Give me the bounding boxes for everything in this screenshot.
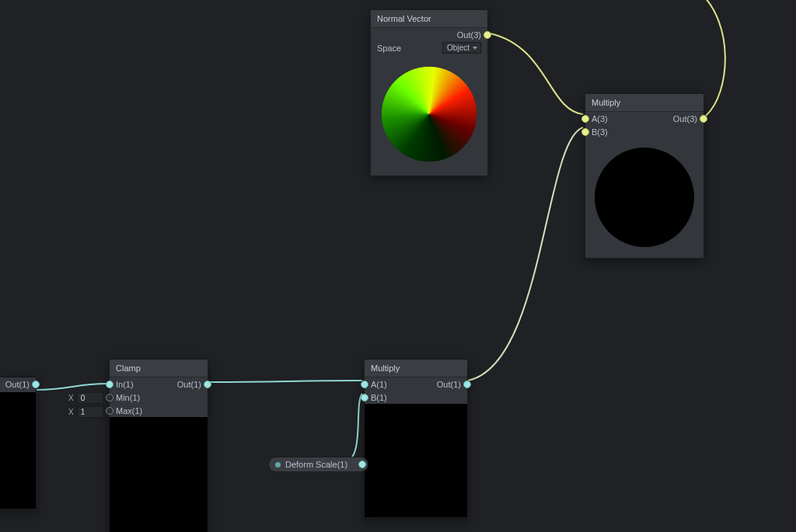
port-in-icon[interactable] <box>361 381 368 388</box>
port-label: A(3) <box>592 114 608 123</box>
port-label: Out(1) <box>437 380 461 389</box>
black-preview <box>0 392 36 509</box>
space-label: Space <box>377 43 401 53</box>
port-in-icon[interactable] <box>581 115 589 123</box>
port-label: Out(3) <box>673 114 697 123</box>
input-a1[interactable]: A(1) <box>365 377 416 391</box>
input-b1[interactable]: B(1) <box>365 391 416 404</box>
port-out-icon[interactable] <box>463 381 471 388</box>
node-clamp[interactable]: Clamp In(1) Min(1) Max(1) Out(1) <box>109 359 208 532</box>
port-in-icon[interactable] <box>106 407 113 415</box>
output-out1[interactable]: Out(1) <box>416 377 467 391</box>
port-label: Max(1) <box>116 406 142 416</box>
port-out-icon[interactable] <box>204 381 211 388</box>
port-label: Out(1) <box>177 380 201 389</box>
output-out3[interactable]: Out(3) <box>371 28 487 41</box>
x-label: X <box>68 408 74 416</box>
chip-dot-icon <box>275 462 281 468</box>
node-normal-vector[interactable]: Normal Vector Out(3) Space Object <box>370 9 488 176</box>
max-value-field[interactable]: X1 <box>68 406 103 418</box>
node-title[interactable]: Multiply <box>585 94 703 112</box>
output-out1[interactable]: Out(1) <box>0 377 36 392</box>
input-max1[interactable]: Max(1) <box>110 404 159 417</box>
input-a3[interactable]: A(3) <box>585 112 644 125</box>
input-in1[interactable]: In(1) <box>110 377 159 391</box>
normal-sphere-preview <box>379 64 480 165</box>
space-dropdown[interactable]: Object <box>442 42 481 54</box>
node-partial-left[interactable]: Out(1) <box>0 376 37 509</box>
value[interactable]: 1 <box>77 406 103 418</box>
chip-label: Deform Scale(1) <box>285 460 347 469</box>
x-label: X <box>68 394 74 402</box>
port-out-icon[interactable] <box>358 461 366 468</box>
black-sphere-preview <box>595 148 694 247</box>
port-in-icon[interactable] <box>106 394 113 402</box>
preview-area <box>585 138 703 258</box>
port-out-icon[interactable] <box>484 31 491 39</box>
port-in-icon[interactable] <box>361 394 368 402</box>
node-graph-canvas[interactable]: Normal Vector Out(3) Space Object Multip… <box>0 0 796 532</box>
node-multiply-vec3[interactable]: Multiply A(3) B(3) Out(3) <box>585 93 704 259</box>
min-value-field[interactable]: X0 <box>68 392 103 404</box>
port-in-icon[interactable] <box>106 381 113 388</box>
port-label: Min(1) <box>116 393 140 402</box>
port-label: A(1) <box>371 380 387 389</box>
port-out-icon[interactable] <box>32 381 40 388</box>
node-title[interactable]: Normal Vector <box>371 10 487 28</box>
port-label: B(1) <box>371 393 387 402</box>
node-title[interactable]: Multiply <box>365 360 467 377</box>
black-preview <box>365 404 467 517</box>
space-row: Space Object <box>371 41 487 54</box>
input-b3[interactable]: B(3) <box>585 125 644 138</box>
port-label: Out(1) <box>5 380 30 389</box>
black-preview <box>110 417 208 532</box>
node-title[interactable]: Clamp <box>110 360 208 377</box>
port-out-icon[interactable] <box>700 115 707 123</box>
preview-area <box>371 54 487 176</box>
port-label: Out(3) <box>457 30 481 40</box>
clamp-value-inputs: X0 X1 <box>68 392 106 418</box>
input-min1[interactable]: Min(1) <box>110 391 159 404</box>
output-out3[interactable]: Out(3) <box>644 112 703 125</box>
property-chip-deform-scale[interactable]: Deform Scale(1) <box>268 457 368 472</box>
port-label: B(3) <box>592 127 608 137</box>
space-value: Object <box>447 43 470 52</box>
port-in-icon[interactable] <box>581 128 589 136</box>
node-multiply-float[interactable]: Multiply A(1) B(1) Out(1) <box>364 359 468 518</box>
output-out1[interactable]: Out(1) <box>159 377 208 391</box>
port-label: In(1) <box>116 380 134 389</box>
value[interactable]: 0 <box>77 392 103 404</box>
